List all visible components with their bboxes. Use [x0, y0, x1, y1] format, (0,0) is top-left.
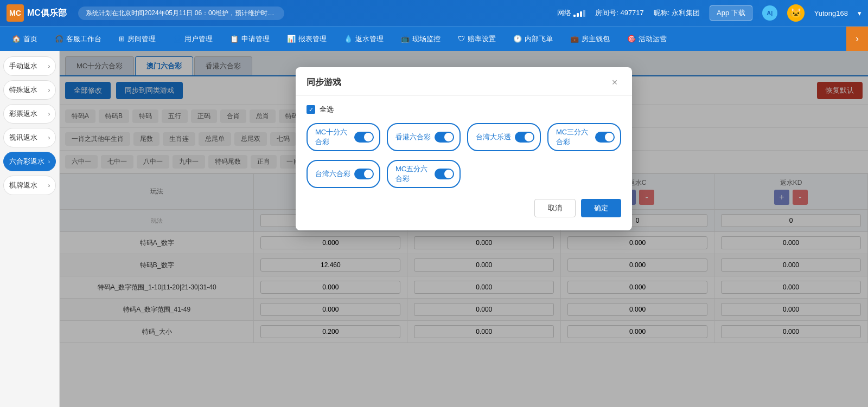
game-options-row1: MC十分六合彩 香港六合彩 台湾大乐透 MC三分六合彩 — [307, 123, 621, 151]
nav-label-wallet: 房主钱包 — [582, 34, 610, 44]
nav-expand-button[interactable]: › — [846, 27, 868, 51]
game-option-mc5[interactable]: MC五分六合彩 — [387, 160, 461, 188]
clock-icon: 🕐 — [513, 35, 522, 43]
activity-icon: 🎯 — [627, 35, 636, 43]
chevron-right-icon: › — [48, 135, 50, 141]
shield-icon: 🛡 — [458, 35, 465, 43]
game-label: MC五分六合彩 — [395, 164, 435, 184]
sidebar-item-special-rebate[interactable]: 特殊返水 › — [3, 80, 56, 100]
chevron-right-icon: › — [48, 87, 50, 93]
nav-item-report[interactable]: 📊 报表管理 — [279, 31, 334, 47]
main-content: MC十分六合彩 澳门六合彩 香港六合彩 全部修改 同步到同类游戏 恢复默认 特码… — [60, 51, 868, 407]
dialog-close-button[interactable]: × — [608, 76, 621, 89]
sidebar-item-manual-rebate[interactable]: 手动返水 › — [3, 56, 56, 76]
dialog-header: 同步游戏 × — [296, 67, 632, 96]
nav-label-cs: 客服工作台 — [66, 34, 101, 44]
toggle-mc10[interactable] — [354, 132, 374, 143]
nav-item-monitor[interactable]: 📺 现场监控 — [393, 31, 448, 47]
logo: MC MC俱乐部 — [7, 4, 72, 22]
dropdown-chevron-icon[interactable]: ▾ — [858, 9, 861, 17]
room-info: 房间号: 497717 — [595, 8, 644, 18]
game-option-mc10[interactable]: MC十分六合彩 — [307, 123, 380, 151]
dialog-title: 同步游戏 — [307, 77, 341, 88]
alias-label: 昵称: — [654, 9, 670, 17]
chart-icon: 📊 — [287, 35, 296, 43]
nav-label-odds: 赔率设置 — [468, 34, 496, 44]
select-all-label: 全选 — [320, 105, 334, 114]
network-status: 网络 — [557, 8, 585, 18]
game-label: MC十分六合彩 — [315, 127, 354, 147]
content-area: 手动返水 › 特殊返水 › 彩票返水 › 视讯返水 › 六合彩返水 › 棋牌返水… — [0, 51, 868, 407]
header-info: 网络 房间号: 497717 昵称: 永利集团 App 下载 A| 🐱 Yuto… — [557, 4, 861, 22]
game-label: 香港六合彩 — [395, 132, 431, 142]
dialog-body: ✓ 全选 MC十分六合彩 香港六合彩 — [296, 96, 632, 230]
logo-icon: MC — [7, 4, 24, 22]
alias-info: 昵称: 永利集团 — [654, 8, 700, 18]
game-option-tw-lottery[interactable]: 台湾大乐透 — [467, 123, 541, 151]
nav-item-room-management[interactable]: ⊞ 房间管理 — [111, 31, 163, 47]
system-notice: 系统计划在北京时间2024年05月11日 06：00维护，预计维护时间2小时 — [78, 7, 284, 20]
water-icon: 💧 — [344, 35, 353, 43]
sync-game-dialog: 同步游戏 × ✓ 全选 MC十分六合彩 香 — [296, 67, 632, 230]
grid-icon: ⊞ — [119, 35, 125, 43]
clipboard-icon: 📋 — [230, 35, 239, 43]
dialog-footer: 取消 确定 — [307, 199, 621, 219]
logo-text: MC俱乐部 — [27, 8, 67, 19]
nav-label-user: 用户管理 — [184, 34, 213, 44]
room-label: 房间号: — [595, 9, 618, 17]
game-options-row2: 台湾六合彩 MC五分六合彩 — [307, 160, 621, 188]
nav-label-app: 申请管理 — [241, 34, 270, 44]
room-value: 497717 — [620, 9, 643, 17]
game-option-mc3[interactable]: MC三分六合彩 — [547, 123, 621, 151]
chevron-right-icon: › — [48, 111, 50, 117]
chevron-right-icon: › — [48, 183, 50, 189]
nav-item-odds[interactable]: 🛡 赔率设置 — [450, 31, 503, 47]
nav-item-user-management[interactable]: 👤 用户管理 — [165, 31, 220, 47]
sidebar-item-lottery6-rebate[interactable]: 六合彩返水 › — [3, 152, 56, 171]
monitor-icon: 📺 — [401, 35, 410, 43]
sidebar-item-chess-rebate[interactable]: 棋牌返水 › — [3, 176, 56, 195]
confirm-button[interactable]: 确定 — [581, 199, 621, 217]
ai-icon: A| — [762, 5, 777, 21]
game-label: 台湾六合彩 — [315, 169, 350, 179]
toggle-hk[interactable] — [435, 132, 454, 143]
network-label: 网络 — [557, 8, 571, 18]
nav-label-report: 报表管理 — [298, 34, 327, 44]
main-nav: 🏠 首页 🎧 客服工作台 ⊞ 房间管理 👤 用户管理 📋 申请管理 📊 报表管理… — [0, 26, 868, 51]
nav-item-customer-service[interactable]: 🎧 客服工作台 — [47, 31, 109, 47]
nav-item-home[interactable]: 🏠 首页 — [4, 31, 45, 47]
nav-item-wallet[interactable]: 💼 房主钱包 — [563, 31, 617, 47]
game-option-tw6[interactable]: 台湾六合彩 — [307, 160, 380, 188]
toggle-tw6[interactable] — [354, 169, 374, 179]
headset-icon: 🎧 — [55, 35, 63, 43]
nav-item-rebate[interactable]: 💧 返水管理 — [336, 31, 391, 47]
nav-label-home: 首页 — [23, 34, 37, 44]
nav-item-internal[interactable]: 🕐 内部飞单 — [506, 31, 560, 47]
select-all-checkbox[interactable]: ✓ — [307, 105, 315, 114]
username: Yutong168 — [814, 9, 848, 17]
modal-overlay: 同步游戏 × ✓ 全选 MC十分六合彩 香 — [60, 51, 868, 407]
game-label: MC三分六合彩 — [556, 127, 595, 147]
nav-label-room: 房间管理 — [127, 34, 156, 44]
select-all-row: ✓ 全选 — [307, 105, 621, 114]
sidebar: 手动返水 › 特殊返水 › 彩票返水 › 视讯返水 › 六合彩返水 › 棋牌返水… — [0, 51, 60, 407]
chevron-right-icon: › — [48, 159, 50, 165]
nav-label-internal: 内部飞单 — [525, 34, 553, 44]
app-download-button[interactable]: App 下载 — [710, 5, 752, 21]
nav-item-activity[interactable]: 🎯 活动运营 — [620, 31, 674, 47]
game-option-hk[interactable]: 香港六合彩 — [387, 123, 461, 151]
signal-icon — [573, 10, 585, 17]
sidebar-item-live-rebate[interactable]: 视讯返水 › — [3, 128, 56, 147]
toggle-tw-lottery[interactable] — [515, 132, 534, 143]
toggle-mc3[interactable] — [595, 132, 615, 143]
sidebar-item-lottery-rebate[interactable]: 彩票返水 › — [3, 104, 56, 124]
avatar: 🐱 — [787, 4, 805, 22]
cancel-button[interactable]: 取消 — [534, 199, 576, 217]
home-icon: 🏠 — [12, 35, 21, 43]
nav-item-application[interactable]: 📋 申请管理 — [222, 31, 277, 47]
nav-label-activity: 活动运营 — [639, 34, 667, 44]
toggle-mc5[interactable] — [435, 169, 454, 179]
game-label: 台湾大乐透 — [476, 132, 511, 142]
nav-label-rebate: 返水管理 — [355, 34, 384, 44]
nav-label-monitor: 现场监控 — [412, 34, 441, 44]
